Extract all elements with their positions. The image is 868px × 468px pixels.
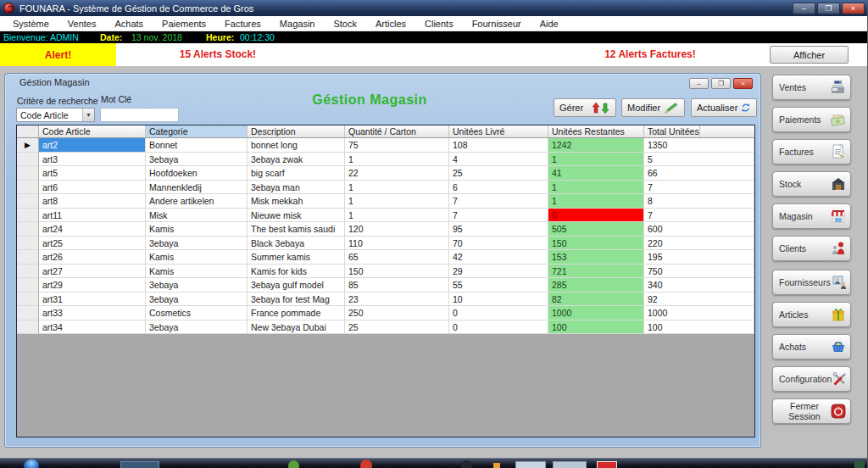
- menu-clients[interactable]: Clients: [415, 16, 463, 31]
- modifier-button[interactable]: Modifier: [621, 98, 685, 117]
- sidebar-item-magasin[interactable]: Magasin: [772, 203, 851, 229]
- column-header-unit-es-livr-[interactable]: Unitées Livré: [449, 125, 548, 137]
- row-indicator-cell[interactable]: [17, 209, 39, 223]
- sidebar-item-ventes[interactable]: Ventes: [772, 75, 851, 100]
- cell-description[interactable]: big scarf: [248, 166, 345, 181]
- column-header-quantit-carton[interactable]: Quantité / Carton: [345, 125, 449, 137]
- table-row[interactable]: art253ebayaBlack 3ebaya11070150220: [17, 237, 754, 251]
- maximize-button[interactable]: ❐: [817, 3, 840, 14]
- child-close-button[interactable]: ×: [733, 78, 753, 89]
- cell-categorie[interactable]: Kamis: [146, 250, 248, 265]
- table-row[interactable]: ▶art2Bonnetbonnet long7510812421350: [17, 138, 754, 153]
- menu-articles[interactable]: Articles: [366, 16, 415, 31]
- cell-categorie[interactable]: 3ebaya: [146, 320, 248, 335]
- cell-categorie[interactable]: Kamis: [146, 265, 248, 279]
- cell-total[interactable]: 100: [644, 320, 754, 335]
- cell-livre[interactable]: 108: [449, 138, 548, 153]
- cell-total[interactable]: 7: [644, 209, 754, 223]
- minimize-button[interactable]: –: [793, 3, 815, 14]
- child-minimize-button[interactable]: –: [689, 78, 709, 89]
- sidebar-item-clients[interactable]: Clients: [772, 236, 851, 261]
- cell-categorie[interactable]: Andere artikelen: [146, 194, 248, 209]
- sidebar-item-achats[interactable]: Achats: [772, 334, 851, 359]
- column-header-categorie[interactable]: Categorie: [146, 125, 248, 137]
- cell-description[interactable]: 3ebaya zwak: [248, 153, 345, 167]
- column-header-description[interactable]: Description: [248, 125, 345, 137]
- menu-ventes[interactable]: Ventes: [58, 16, 106, 31]
- row-indicator-cell[interactable]: [17, 153, 39, 167]
- start-button-icon[interactable]: [24, 460, 39, 468]
- taskbar-app-icon[interactable]: [515, 461, 546, 468]
- cell-livre[interactable]: 42: [449, 250, 548, 265]
- cell-code[interactable]: art31: [39, 292, 146, 307]
- cell-total[interactable]: 340: [644, 278, 754, 292]
- menu-fournisseur[interactable]: Fournisseur: [463, 16, 531, 31]
- cell-qty[interactable]: 75: [345, 138, 449, 153]
- cell-total[interactable]: 5: [644, 153, 754, 167]
- cell-livre[interactable]: 25: [449, 166, 548, 181]
- cell-description[interactable]: 3ebaya for test Mag: [248, 292, 345, 307]
- cell-categorie[interactable]: Mannenkledij: [146, 181, 248, 195]
- cell-qty[interactable]: 22: [345, 166, 449, 181]
- cell-qty[interactable]: 25: [345, 320, 449, 335]
- table-row[interactable]: art26KamisSummer kamis6542153195: [17, 250, 754, 265]
- row-indicator-cell[interactable]: [17, 292, 39, 307]
- row-indicator-cell[interactable]: [17, 320, 39, 335]
- table-row[interactable]: art33ebaya3ebaya zwak1415: [17, 153, 754, 167]
- cell-code[interactable]: art3: [39, 153, 146, 167]
- cell-code[interactable]: art2: [39, 138, 146, 153]
- cell-qty[interactable]: 150: [345, 265, 449, 279]
- cell-description[interactable]: The best kamis saudi: [248, 222, 345, 237]
- cell-livre[interactable]: 55: [449, 278, 548, 292]
- cell-restantes[interactable]: 100: [548, 320, 644, 335]
- cell-description[interactable]: Kamis for kids: [248, 265, 345, 279]
- cell-code[interactable]: art33: [39, 306, 146, 320]
- cell-categorie[interactable]: Misk: [146, 209, 248, 223]
- column-header-code-article[interactable]: Code Article: [39, 125, 146, 137]
- taskbar-app-icon[interactable]: [120, 461, 159, 468]
- table-row[interactable]: art293ebaya3ebaya gulf model8555285340: [17, 278, 754, 292]
- cell-total[interactable]: 66: [644, 166, 754, 181]
- cell-qty[interactable]: 1: [345, 153, 449, 167]
- taskbar-app-icon[interactable]: [597, 461, 617, 468]
- cell-restantes[interactable]: 150: [548, 237, 644, 251]
- cell-categorie[interactable]: Cosmetics: [146, 306, 248, 320]
- cell-qty[interactable]: 120: [345, 222, 449, 237]
- cell-restantes[interactable]: 721: [548, 265, 644, 279]
- cell-livre[interactable]: 70: [449, 237, 548, 251]
- cell-code[interactable]: art6: [39, 181, 146, 195]
- cell-livre[interactable]: 95: [449, 222, 548, 237]
- cell-restantes[interactable]: 153: [548, 250, 644, 265]
- cell-categorie[interactable]: 3ebaya: [146, 237, 248, 251]
- cell-restantes[interactable]: 1242: [548, 138, 644, 153]
- cell-restantes[interactable]: 285: [548, 278, 644, 292]
- cell-livre[interactable]: 4: [449, 153, 548, 167]
- afficher-button[interactable]: Afficher: [770, 46, 849, 64]
- cell-code[interactable]: art29: [39, 278, 146, 292]
- taskbar-app-icon[interactable]: [360, 460, 372, 468]
- cell-total[interactable]: 195: [644, 250, 754, 265]
- taskbar-app-icon[interactable]: [461, 460, 472, 468]
- cell-total[interactable]: 600: [644, 222, 754, 237]
- search-criteria-dropdown[interactable]: Code Article ▼: [16, 108, 95, 122]
- cell-description[interactable]: New 3ebaya Dubai: [248, 320, 345, 335]
- cell-restantes[interactable]: 82: [548, 292, 644, 307]
- row-indicator-cell[interactable]: [17, 278, 39, 292]
- cell-categorie[interactable]: Kamis: [146, 222, 248, 237]
- cell-categorie[interactable]: 3ebaya: [146, 292, 248, 307]
- table-row[interactable]: art33CosmeticsFrance pommade250010001000: [17, 306, 754, 320]
- gerer-button[interactable]: Gérer: [554, 98, 616, 117]
- cell-total[interactable]: 750: [644, 265, 754, 279]
- cell-livre[interactable]: 7: [449, 194, 548, 209]
- sidebar-item-fournisseurs[interactable]: Fournisseurs: [772, 270, 851, 295]
- row-indicator-cell[interactable]: ▶: [17, 138, 39, 153]
- cell-categorie[interactable]: Hoofdoeken: [146, 166, 248, 181]
- sidebar-item-configuration[interactable]: Configuration: [772, 366, 851, 392]
- sidebar-item-articles[interactable]: Articles: [772, 302, 851, 327]
- cell-total[interactable]: 8: [644, 194, 754, 209]
- row-indicator-cell[interactable]: [17, 265, 39, 279]
- taskbar[interactable]: [0, 458, 867, 468]
- table-row[interactable]: art343ebayaNew 3ebaya Dubai250100100: [17, 320, 754, 335]
- cell-code[interactable]: art26: [39, 250, 146, 265]
- cell-description[interactable]: Black 3ebaya: [248, 237, 345, 251]
